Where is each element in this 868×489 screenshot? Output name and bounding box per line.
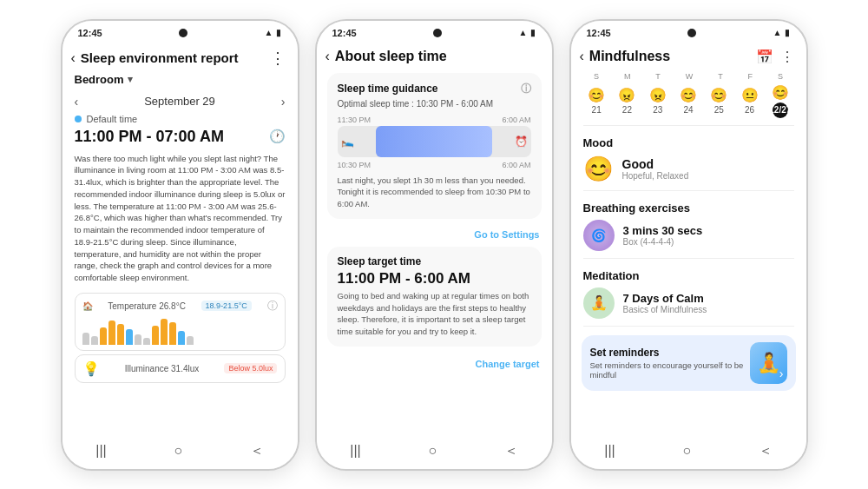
screen-1: ‹ Sleep environment report ⋮ Bedroom ▾ ‹… — [62, 42, 298, 435]
reminders-card[interactable]: Set reminders Set reminders to encourage… — [582, 335, 796, 391]
bar-9 — [152, 326, 159, 345]
cal-day-26[interactable]: 😐 26 — [741, 87, 759, 115]
back-icon-3[interactable]: ‹ — [580, 49, 584, 64]
breathing-text: 3 mins 30 secs Box (4-4-4-4) — [623, 224, 703, 247]
time-below-start: 10:30 PM — [338, 161, 372, 169]
time-labels-top: 11:30 PM 6:00 AM — [338, 116, 531, 124]
breathing-row[interactable]: 🌀 3 mins 30 secs Box (4-4-4-4) — [571, 216, 806, 254]
next-date-btn[interactable]: › — [281, 95, 286, 109]
time-end-label: 6:00 AM — [502, 116, 530, 124]
reminders-text: Set reminders Set reminders to encourage… — [590, 347, 751, 380]
battery-icon: ▮ — [276, 28, 281, 37]
day-s2: S — [778, 72, 783, 81]
status-icons-3: ▲ ▮ — [773, 28, 791, 37]
calendar-icon[interactable]: 📅 — [756, 49, 773, 65]
nav-back-1[interactable]: ＜ — [250, 442, 264, 460]
nav-circle-2[interactable]: ○ — [428, 443, 437, 459]
cal-day-21[interactable]: 😊 21 — [588, 87, 605, 115]
more-icon-1[interactable]: ⋮ — [270, 49, 286, 68]
divider-3 — [583, 258, 794, 259]
cal-day-25[interactable]: 😊 25 — [710, 87, 727, 115]
calendar-row: S M T W T F S 😊 21 😠 22 😠 23 — [571, 69, 806, 122]
day-t2: T — [718, 72, 723, 81]
divider-2 — [583, 190, 794, 191]
nav-back-2[interactable]: ＜ — [504, 442, 518, 460]
s3-header: ‹ Mindfulness 📅 ⋮ — [571, 42, 806, 69]
room-selector[interactable]: Bedroom ▾ — [62, 71, 298, 91]
bar-2 — [91, 336, 98, 345]
goto-settings-btn[interactable]: Go to Settings — [317, 229, 540, 240]
bar-10 — [161, 319, 168, 345]
breathing-icon-circle: 🌀 — [583, 220, 615, 251]
screen1-title: Sleep environment report — [81, 50, 265, 65]
bar-5 — [117, 324, 124, 345]
notch-3 — [687, 29, 696, 37]
divider-1 — [583, 125, 794, 126]
alarm-icon: ⏰ — [515, 135, 528, 148]
bar-4 — [108, 320, 115, 345]
cal-day-27[interactable]: 😊 12/27 — [772, 84, 789, 118]
more-icon-3[interactable]: ⋮ — [780, 49, 794, 65]
target-description: Going to bed and waking up at regular ti… — [338, 290, 531, 338]
emoji-23: 😠 — [649, 87, 667, 103]
bar-7 — [135, 334, 141, 345]
phone-3: 12:45 ▲ ▮ ‹ Mindfulness 📅 ⋮ S M T W T F … — [569, 19, 808, 471]
guidance-title: Sleep time guidance ⓘ — [338, 82, 531, 96]
s2-header: ‹ About sleep time — [317, 42, 552, 68]
sleep-time-text: 11:00 PM - 07:00 AM — [75, 128, 224, 146]
wifi-icon-2: ▲ — [519, 28, 528, 37]
bar-3 — [100, 327, 107, 345]
day-t1: T — [655, 72, 661, 81]
time-labels-bottom: 10:30 PM 6:00 AM — [338, 161, 531, 169]
nav-home-3[interactable]: ||| — [604, 443, 615, 459]
nav-circle-3[interactable]: ○ — [682, 443, 691, 459]
info-icon: ⓘ — [267, 299, 278, 314]
sleep-time-display: 11:00 PM - 07:00 AM 🕐 — [62, 126, 298, 149]
back-icon-1[interactable]: ‹ — [71, 50, 76, 66]
emoji-27: 😊 — [772, 84, 789, 101]
nav-circle-1[interactable]: ○ — [174, 443, 182, 459]
temp-icon: 🏠 — [82, 301, 93, 311]
temp-badge: 18.9-21.5°C — [201, 301, 252, 311]
time-1: 12:45 — [78, 28, 102, 38]
nav-bar-1: ||| ○ ＜ — [62, 435, 298, 469]
cal-day-22[interactable]: 😠 22 — [618, 87, 635, 115]
nav-home-1[interactable]: ||| — [95, 443, 106, 459]
s3-title: Mindfulness — [589, 49, 751, 64]
change-target-btn[interactable]: Change target — [317, 359, 540, 369]
optimal-label: Optimal sleep time : 10:30 PM - 6:00 AM — [338, 99, 531, 109]
reminders-img-icon: 🧘 — [757, 352, 780, 374]
bar-1 — [82, 333, 89, 345]
sleep-target-card: Sleep target time 11:00 PM - 6:00 AM Goi… — [327, 247, 542, 347]
nav-home-2[interactable]: ||| — [350, 443, 360, 459]
back-icon-2[interactable]: ‹ — [326, 49, 330, 64]
wifi-icon: ▲ — [265, 28, 273, 37]
sleep-guidance-card: Sleep time guidance ⓘ Optimal sleep time… — [327, 73, 542, 219]
illuminance-section: 💡 Illuminance 31.4lux Below 5.0lux — [75, 354, 286, 383]
screen-3: ‹ Mindfulness 📅 ⋮ S M T W T F S 😊 21 — [571, 42, 806, 435]
reminders-sub: Set reminders to encourage yourself to b… — [590, 360, 751, 380]
target-title: Sleep target time — [338, 255, 531, 268]
nav-bar-3: ||| ○ ＜ — [571, 435, 806, 469]
cal-day-24[interactable]: 😊 24 — [680, 87, 697, 115]
mood-emoji: 😊 — [583, 155, 614, 183]
cal-day-23[interactable]: 😠 23 — [649, 87, 667, 115]
mood-row[interactable]: 😊 Good Hopeful, Relaxed — [571, 151, 806, 187]
status-bar-3: 12:45 ▲ ▮ — [571, 21, 806, 42]
guidance-info-icon: ⓘ — [521, 82, 531, 96]
breathing-main: 3 mins 30 secs — [623, 224, 703, 237]
meditation-row[interactable]: 🧘 7 Days of Calm Basics of Mindfulness — [571, 284, 806, 322]
dot-blue — [75, 116, 82, 122]
temp-label: Temperature 26.8°C — [108, 301, 186, 311]
bar-6 — [126, 329, 133, 345]
phone-1: 12:45 ▲ ▮ ‹ Sleep environment report ⋮ B… — [61, 19, 299, 471]
illum-label: Illuminance 31.4lux — [125, 364, 200, 373]
nav-back-3[interactable]: ＜ — [759, 442, 773, 460]
day-w: W — [686, 72, 694, 81]
date-label: September 29 — [144, 95, 215, 108]
reminders-title: Set reminders — [590, 347, 751, 359]
prev-date-btn[interactable]: ‹ — [75, 95, 79, 109]
day-f: F — [748, 72, 753, 81]
chevron-right-icon: › — [779, 367, 784, 380]
screen1-header: ‹ Sleep environment report ⋮ — [62, 42, 298, 71]
